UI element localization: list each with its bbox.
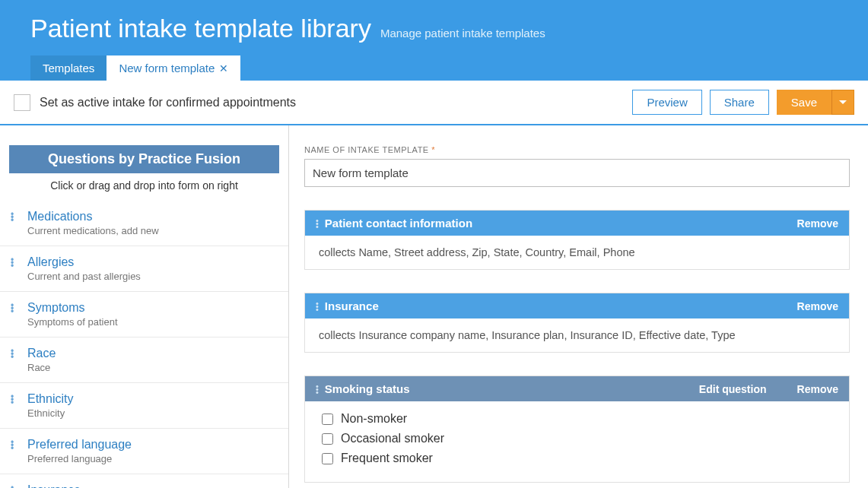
active-intake-checkbox[interactable]: [14, 94, 30, 111]
question-subtitle: Current medications, add new: [27, 225, 279, 236]
question-item-medications[interactable]: ••• Medications Current medications, add…: [0, 201, 288, 246]
share-button[interactable]: Share: [710, 90, 769, 115]
checkbox[interactable]: [322, 414, 333, 425]
checkbox[interactable]: [322, 433, 333, 445]
option-label: Frequent smoker: [341, 452, 433, 465]
preview-button[interactable]: Preview: [632, 90, 701, 115]
toolbar: Set as active intake for confirmed appoi…: [0, 81, 868, 125]
required-asterisk: *: [431, 145, 435, 154]
question-subtitle: Preferred language: [27, 453, 279, 464]
remove-button[interactable]: Remove: [797, 383, 838, 395]
question-item-allergies[interactable]: ••• Allergies Current and past allergies: [0, 246, 288, 292]
question-subtitle: Current and past allergies: [27, 271, 279, 282]
question-item-ethnicity[interactable]: ••• Ethnicity Ethnicity: [0, 383, 288, 429]
section-smoking-status: ••• Smoking status Edit question Remove …: [304, 376, 850, 483]
save-button[interactable]: Save: [777, 90, 831, 115]
drag-handle-icon[interactable]: •••: [316, 385, 319, 394]
page-title: Patient intake template library: [30, 14, 371, 43]
drag-handle-icon[interactable]: •••: [11, 350, 14, 359]
checkbox[interactable]: [322, 453, 333, 464]
option-frequent-smoker[interactable]: Frequent smoker: [322, 452, 832, 465]
questions-sidebar: Questions by Practice Fusion Click or dr…: [0, 125, 289, 488]
tab-templates[interactable]: Templates: [30, 55, 107, 81]
question-title: Medications: [27, 210, 279, 223]
chevron-down-icon: [839, 100, 847, 104]
tab-label: New form template: [119, 62, 215, 74]
drag-handle-icon[interactable]: •••: [11, 395, 14, 404]
question-subtitle: Ethnicity: [27, 407, 279, 419]
question-item-preferred-language[interactable]: ••• Preferred language Preferred languag…: [0, 429, 288, 474]
question-subtitle: Symptoms of patient: [27, 316, 279, 328]
section-patient-contact: ••• Patient contact information Remove c…: [304, 210, 850, 270]
option-label: Non-smoker: [341, 412, 407, 426]
section-body: collects Name, Street address, Zip, Stat…: [305, 236, 849, 269]
section-title: Smoking status: [325, 382, 669, 395]
edit-question-button[interactable]: Edit question: [699, 383, 767, 395]
remove-button[interactable]: Remove: [797, 300, 838, 312]
drag-handle-icon[interactable]: •••: [11, 441, 14, 450]
question-title: Race: [27, 347, 279, 360]
drag-handle-icon[interactable]: •••: [316, 219, 319, 228]
question-item-insurance[interactable]: ••• Insurance: [0, 474, 288, 488]
question-title: Symptoms: [27, 301, 279, 315]
option-non-smoker[interactable]: Non-smoker: [322, 412, 832, 426]
header-bar: Patient intake template library Manage p…: [0, 0, 868, 81]
question-title: Preferred language: [27, 438, 279, 452]
option-label: Occasional smoker: [341, 432, 444, 445]
drag-handle-icon[interactable]: •••: [11, 304, 14, 313]
template-name-input[interactable]: [304, 159, 850, 187]
template-name-label: NAME OF INTAKE TEMPLATE *: [304, 145, 850, 154]
section-insurance: ••• Insurance Remove collects Insurance …: [304, 293, 850, 353]
drag-handle-icon[interactable]: •••: [316, 302, 319, 311]
remove-button[interactable]: Remove: [797, 217, 838, 230]
page-subtitle: Manage patient intake templates: [380, 27, 545, 40]
close-icon[interactable]: ✕: [219, 62, 228, 74]
question-title: Ethnicity: [27, 392, 279, 406]
question-subtitle: Race: [27, 362, 279, 373]
section-body: collects Insurance company name, Insuran…: [305, 318, 849, 352]
active-intake-label: Set as active intake for confirmed appoi…: [40, 96, 632, 109]
question-item-race[interactable]: ••• Race Race: [0, 337, 288, 383]
option-occasional-smoker[interactable]: Occasional smoker: [322, 432, 832, 445]
question-item-symptoms[interactable]: ••• Symptoms Symptoms of patient: [0, 292, 288, 337]
save-dropdown-button[interactable]: [831, 90, 854, 115]
drag-handle-icon[interactable]: •••: [11, 213, 14, 222]
section-title: Insurance: [325, 299, 767, 312]
tab-new-form-template[interactable]: New form template ✕: [107, 55, 240, 81]
drag-handle-icon[interactable]: •••: [11, 258, 14, 268]
section-title: Patient contact information: [325, 217, 767, 230]
form-builder-content: NAME OF INTAKE TEMPLATE * ••• Patient co…: [289, 125, 868, 488]
smoking-options: Non-smoker Occasional smoker Frequent sm…: [305, 401, 849, 482]
tabs: Templates New form template ✕: [30, 55, 838, 81]
question-title: Insurance: [27, 483, 279, 488]
sidebar-hint: Click or drag and drop into form on righ…: [0, 173, 288, 201]
question-title: Allergies: [27, 255, 279, 269]
sidebar-header: Questions by Practice Fusion: [9, 145, 279, 173]
